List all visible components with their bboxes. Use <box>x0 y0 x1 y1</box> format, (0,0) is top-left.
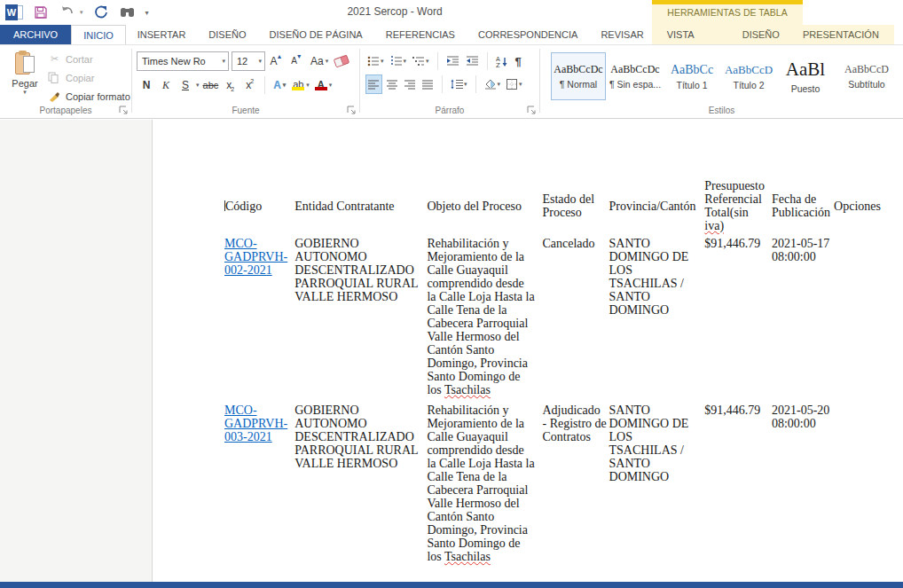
tab-table-diseno[interactable]: DISEÑO <box>731 25 791 44</box>
eraser-icon <box>334 54 349 67</box>
group-portapapeles: Pegar ▾ ✂ Cortar Copiar Copiar formato P… <box>0 45 131 118</box>
undo-dropdown-icon[interactable]: ▾ <box>80 9 83 16</box>
misspelled-word: Tsachilas <box>444 550 491 563</box>
font-dialog-launcher-icon[interactable] <box>347 106 357 115</box>
align-right-button[interactable] <box>403 74 418 94</box>
document-area: Código Entidad Contratante Objeto del Pr… <box>0 120 903 582</box>
strikethrough-button[interactable]: abc <box>201 75 221 95</box>
increase-indent-button[interactable] <box>464 51 481 71</box>
tab-diseno[interactable]: DISEÑO <box>197 25 257 44</box>
show-marks-button[interactable]: ¶ <box>514 51 523 71</box>
style-sin-espaciado[interactable]: AaBbCcDc ¶ Sin espa... <box>608 52 663 100</box>
justify-button[interactable] <box>420 74 436 94</box>
find-icon[interactable] <box>119 4 137 21</box>
save-icon[interactable] <box>32 4 50 21</box>
paragraph-dialog-launcher-icon[interactable] <box>527 106 537 115</box>
table-header-row: Código Entidad Contratante Objeto del Pr… <box>224 176 903 237</box>
sort-button[interactable]: AZ <box>494 51 511 71</box>
misspelled-word: iva) <box>704 219 724 232</box>
redo-icon[interactable] <box>92 4 110 21</box>
italic-button[interactable]: K <box>157 75 175 95</box>
paste-dropdown-icon[interactable]: ▾ <box>23 89 27 96</box>
paste-button[interactable]: Pegar ▾ <box>5 51 44 109</box>
cell-objeto: Rehabilitación y Mejoramiento de la Call… <box>427 237 542 404</box>
cut-button[interactable]: ✂ Cortar <box>48 51 130 67</box>
align-center-button[interactable] <box>385 74 400 94</box>
tab-referencias[interactable]: REFERENCIAS <box>374 25 467 44</box>
clear-formatting-button[interactable] <box>333 51 350 71</box>
shading-button[interactable]: ▾ <box>483 74 503 94</box>
cell-fecha: 2021-05-17 08:00:00 <box>772 237 834 404</box>
word-window: { "window": { "title": "2021 Sercop - Wo… <box>0 0 903 588</box>
group-estilos: AaBbCcDc ¶ Normal AaBbCcDc ¶ Sin espa...… <box>540 45 903 118</box>
scissors-icon: ✂ <box>48 53 61 65</box>
font-family-combo[interactable]: Times New Ro▾ <box>137 51 229 71</box>
cell-entidad: GOBIERNO AUTONOMO DESCENTRALIZADO PARROQ… <box>294 237 427 404</box>
header-codigo: Código <box>224 176 294 237</box>
clipboard-dialog-launcher-icon[interactable] <box>119 106 129 115</box>
copy-icon <box>48 72 61 83</box>
contextual-tabs: DISEÑO PRESENTACIÓN <box>727 25 894 44</box>
process-link[interactable]: MCO-GADPRVH-002-2021 <box>224 237 287 277</box>
cell-objeto: Rehabilitación y Mejoramiento de la Call… <box>427 404 542 570</box>
misspelled-word: Tsachilas <box>444 383 491 396</box>
text-effects-button[interactable]: A▾ <box>271 75 288 95</box>
cell-provincia: SANTO DOMINGO DE LOS TSACHILAS / SANTO D… <box>609 404 705 570</box>
tab-diseno-de-pagina[interactable]: DISEÑO DE PÁGINA <box>258 25 374 44</box>
style-titulo-2[interactable]: AaBbCcD Título 2 <box>721 52 776 100</box>
undo-icon[interactable] <box>59 4 76 21</box>
highlight-button[interactable]: ab▾ <box>290 75 311 95</box>
cell-opciones <box>834 237 903 404</box>
borders-button[interactable]: ▾ <box>505 74 524 94</box>
format-painter-button[interactable]: Copiar formato <box>48 89 130 104</box>
header-estado: Estado del Proceso <box>542 176 609 237</box>
cell-codigo: MCO-GADPRVH-002-2021 <box>224 237 294 404</box>
copy-button[interactable]: Copiar <box>48 70 130 85</box>
style-normal[interactable]: AaBbCcDc ¶ Normal <box>551 52 606 100</box>
subscript-button[interactable]: x2 <box>222 75 239 95</box>
highlight-swatch <box>292 87 304 90</box>
line-spacing-button[interactable]: ▾ <box>449 74 469 94</box>
cell-presupuesto: $91,446.79 <box>704 404 772 570</box>
underline-dropdown-icon[interactable]: ▾ <box>196 82 200 89</box>
numbering-button[interactable]: ▾ <box>389 51 409 71</box>
customize-qat-icon[interactable]: ▾ <box>145 9 149 17</box>
shrink-font-button[interactable]: A▼ <box>288 51 306 71</box>
superscript-button[interactable]: x2 <box>241 75 259 95</box>
title-bar: HERRAMIENTAS DE TABLA W ▾ ▾ 2021 Sercop … <box>0 0 903 25</box>
style-puesto[interactable]: AaBl Puesto <box>778 52 833 100</box>
svg-text:Z: Z <box>496 62 500 67</box>
font-color-button[interactable]: A▾ <box>313 75 334 95</box>
ribbon-tabs: ARCHIVO INICIO INSERTAR DISEÑO DISEÑO DE… <box>0 25 903 44</box>
decrease-indent-button[interactable] <box>444 51 461 71</box>
tab-insertar[interactable]: INSERTAR <box>126 25 198 44</box>
tab-vista[interactable]: VISTA <box>656 25 706 44</box>
status-bar[interactable] <box>0 582 903 588</box>
style-titulo-1[interactable]: AaBbCc Título 1 <box>664 52 719 100</box>
cell-provincia: SANTO DOMINGO DE LOS TSACHILAS / SANTO D… <box>609 237 705 404</box>
tab-table-presentacion[interactable]: PRESENTACIÓN <box>791 25 891 44</box>
window-title: 2021 Sercop - Word <box>302 5 488 18</box>
bullets-button[interactable]: ▾ <box>365 51 386 71</box>
tab-inicio[interactable]: INICIO <box>71 25 126 44</box>
align-left-button[interactable] <box>365 74 382 94</box>
document-page[interactable]: Código Entidad Contratante Objeto del Pr… <box>152 120 903 582</box>
tab-archivo[interactable]: ARCHIVO <box>0 25 71 44</box>
change-case-button[interactable]: Aa▾ <box>309 51 330 71</box>
style-subtitulo[interactable]: AaBbCcD Subtítulo <box>835 52 899 100</box>
group-parrafo: ▾ ▾ ▾ AZ ¶ <box>360 45 539 118</box>
bold-button[interactable]: N <box>137 75 155 95</box>
group-fuente: Times New Ro▾ 12▾ A▲ A▼ Aa▾ N K S▾ abc x… <box>132 45 359 118</box>
table-row: MCO-GADPRVH-003-2021 GOBIERNO AUTONOMO D… <box>224 404 903 570</box>
header-opciones: Opciones <box>834 176 903 237</box>
font-size-combo[interactable]: 12▾ <box>232 51 265 71</box>
process-link[interactable]: MCO-GADPRVH-003-2021 <box>224 404 287 443</box>
chevron-down-icon: ▾ <box>258 58 262 65</box>
cell-fecha: 2021-05-20 08:00:00 <box>772 404 834 570</box>
grow-font-button[interactable]: A▲ <box>268 51 286 71</box>
tab-revisar[interactable]: REVISAR <box>589 25 655 44</box>
contextual-gold-bar <box>652 0 803 4</box>
multilevel-list-button[interactable]: ▾ <box>411 51 431 71</box>
underline-button[interactable]: S <box>177 75 194 95</box>
tab-correspondencia[interactable]: CORRESPONDENCIA <box>467 25 589 44</box>
